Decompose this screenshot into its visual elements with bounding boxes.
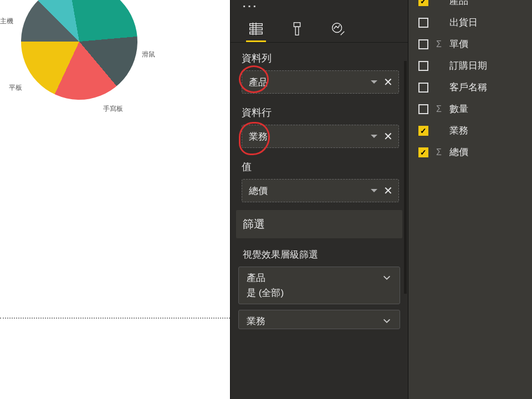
field-item[interactable]: Σ出貨日 xyxy=(408,12,532,33)
visualizations-panel: ⋯ 資料列 產品 ✕ 資料行 業務 ✕ 值 總價 xyxy=(230,0,408,399)
section-rows: 資料列 產品 ✕ xyxy=(231,43,408,97)
chevron-down-icon[interactable] xyxy=(371,80,377,84)
field-label: 訂購日期 xyxy=(449,59,487,72)
field-checkbox[interactable] xyxy=(418,39,428,49)
section-columns: 資料行 業務 ✕ xyxy=(231,97,408,151)
cols-field-name: 業務 xyxy=(249,130,268,143)
field-checkbox[interactable] xyxy=(418,104,428,114)
field-label: 產品 xyxy=(449,0,468,7)
field-checkbox[interactable] xyxy=(418,126,428,136)
filter-card-product[interactable]: 產品 是 (全部) xyxy=(238,267,400,304)
rows-field-well[interactable]: 產品 ✕ xyxy=(242,70,399,94)
field-checkbox[interactable] xyxy=(418,83,428,93)
pie-label-left-mid: 平板 xyxy=(9,83,22,93)
section-values: 值 總價 ✕ xyxy=(231,151,408,206)
field-label: 客戶名稱 xyxy=(449,81,487,94)
rows-field-name: 產品 xyxy=(249,76,268,89)
chevron-down-icon[interactable] xyxy=(382,273,392,283)
field-item[interactable]: Σ訂購日期 xyxy=(408,55,532,76)
filters-header[interactable]: 篩選 xyxy=(236,210,402,238)
field-item[interactable]: Σ數量 xyxy=(408,98,532,120)
field-item[interactable]: Σ客戶名稱 xyxy=(408,76,532,98)
panel-scrollbar[interactable] xyxy=(404,61,407,294)
svg-rect-5 xyxy=(294,22,300,27)
values-field-name: 總價 xyxy=(249,185,268,197)
filter-card-title: 業務 xyxy=(247,315,393,328)
rows-label: 資料列 xyxy=(242,52,399,65)
more-options-icon[interactable]: ⋯ xyxy=(231,0,408,14)
field-item[interactable]: Σ總價 xyxy=(408,141,532,163)
viz-tab-row xyxy=(231,14,408,43)
field-label: 業務 xyxy=(449,124,468,137)
values-label: 值 xyxy=(242,160,399,173)
chevron-down-icon[interactable] xyxy=(371,189,377,192)
svg-point-7 xyxy=(332,23,342,32)
chevron-down-icon[interactable] xyxy=(382,316,392,326)
report-canvas[interactable]: 滑鼠 手寫板 平板 主機 xyxy=(0,0,230,399)
cols-field-well[interactable]: 業務 ✕ xyxy=(242,125,399,148)
values-field-well[interactable]: 總價 ✕ xyxy=(242,179,399,202)
field-checkbox[interactable] xyxy=(418,61,428,71)
filter-card-value: 是 (全部) xyxy=(247,287,393,299)
cols-label: 資料行 xyxy=(242,106,399,119)
field-checkbox[interactable] xyxy=(418,147,428,157)
svg-rect-6 xyxy=(295,27,299,35)
field-item[interactable]: Σ業務 xyxy=(408,120,532,141)
pie-label-bottom: 手寫板 xyxy=(103,104,123,114)
remove-rows-field[interactable]: ✕ xyxy=(383,75,393,89)
visual-level-filters-label: 視覺效果層級篩選 xyxy=(231,238,408,267)
remove-cols-field[interactable]: ✕ xyxy=(383,130,393,143)
tab-analytics[interactable] xyxy=(328,22,348,42)
field-checkbox[interactable] xyxy=(418,18,428,28)
field-item[interactable]: Σ單價 xyxy=(408,33,532,55)
field-label: 出貨日 xyxy=(449,16,478,29)
pie-slices xyxy=(12,0,146,109)
field-label: 單價 xyxy=(449,38,468,50)
pie-label-left-top: 主機 xyxy=(0,17,13,26)
sigma-icon: Σ xyxy=(434,39,444,49)
field-label: 總價 xyxy=(449,146,468,158)
sigma-icon: Σ xyxy=(434,147,444,157)
filter-card-title: 產品 xyxy=(247,272,393,284)
svg-line-8 xyxy=(341,31,345,35)
pie-label-right: 滑鼠 xyxy=(142,50,155,59)
tab-fields[interactable] xyxy=(246,22,266,42)
field-label: 數量 xyxy=(449,103,468,115)
field-item[interactable]: Σ產品 xyxy=(408,0,532,12)
remove-values-field[interactable]: ✕ xyxy=(383,184,393,197)
pie-chart[interactable]: 滑鼠 手寫板 平板 主機 xyxy=(21,0,137,100)
sigma-icon: Σ xyxy=(434,104,444,114)
fields-panel: Σ產品Σ出貨日Σ單價Σ訂購日期Σ客戶名稱Σ數量Σ業務Σ總價 xyxy=(408,0,532,399)
canvas-divider xyxy=(0,318,230,319)
field-checkbox[interactable] xyxy=(418,0,428,6)
chevron-down-icon[interactable] xyxy=(371,135,377,138)
filter-card-sales[interactable]: 業務 xyxy=(238,310,400,329)
tab-format[interactable] xyxy=(287,22,307,42)
